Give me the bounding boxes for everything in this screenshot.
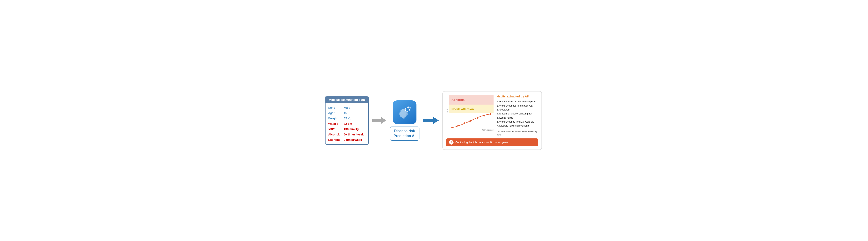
svg-point-19: [451, 127, 453, 128]
warning-bar: ! Continuing like this means a □% risk i…: [446, 138, 538, 146]
medical-label: Age :: [328, 111, 342, 115]
medical-value: 130 mmHg: [344, 127, 359, 131]
medical-row: Age :45: [328, 110, 366, 116]
warning-text: Continuing like this means a □% risk in …: [456, 141, 508, 144]
medical-value: 0 times/week: [344, 138, 362, 141]
medical-card-body: Sex :MaleAge :45Weight:85 KgWaist :82 cm…: [326, 103, 368, 144]
medical-label: Weight:: [328, 117, 342, 120]
warning-icon: !: [449, 140, 454, 144]
medical-value: 45: [344, 111, 347, 115]
medical-value: Male: [344, 106, 350, 109]
ai-icon: [393, 100, 416, 124]
medical-label: Alcohol:: [328, 133, 342, 136]
svg-line-10: [408, 110, 409, 112]
main-container: Medical examination data Sex :MaleAge :4…: [325, 91, 543, 150]
habit-item: 7. Lifestyle habit improvements: [497, 124, 538, 128]
result-panel: R i s k Abnormal Needs attention: [442, 91, 542, 150]
medical-row: Waist :82 cm: [328, 121, 366, 126]
svg-point-25: [490, 113, 491, 115]
habit-item: 4. Amount of alcohol consumption: [497, 112, 538, 116]
svg-point-22: [470, 120, 471, 122]
medical-label: Waist :: [328, 122, 342, 125]
medical-value: 5+ times/week: [344, 133, 364, 136]
result-top: R i s k Abnormal Needs attention: [446, 95, 538, 136]
habit-item: 1. Frequency of alcohol consumption: [497, 100, 538, 104]
habit-item: 6. Weight change from 20 years old: [497, 120, 538, 124]
medical-row: sBP:130 mmHg: [328, 126, 366, 132]
blue-arrow: [420, 116, 442, 124]
medical-row: Sex :Male: [328, 105, 366, 110]
chart-area: R i s k Abnormal Needs attention: [446, 95, 494, 136]
medical-row: Weight:85 Kg: [328, 116, 366, 121]
ai-label: Disease risk Prediction AI: [390, 127, 420, 140]
gray-arrow: [369, 116, 390, 124]
medical-label: Sex :: [328, 106, 342, 109]
band-attention: Needs attention: [449, 105, 494, 113]
habits-title: Habits extracted by AI*: [497, 95, 538, 98]
habit-item: 5. Eating habits: [497, 116, 538, 120]
svg-point-21: [463, 123, 465, 124]
svg-point-20: [458, 125, 459, 126]
svg-marker-15: [423, 117, 439, 124]
svg-marker-0: [372, 117, 386, 124]
medical-value: 82 cm: [344, 122, 352, 125]
medical-row: Exercise:0 times/week: [328, 137, 366, 142]
medical-label: sBP:: [328, 127, 342, 131]
svg-rect-16: [449, 113, 494, 131]
habits-note: *Important feature values when predictin…: [497, 130, 538, 136]
y-axis-label: R i s k: [446, 109, 448, 117]
svg-point-23: [476, 117, 478, 119]
medical-card-header: Medical examination data: [326, 97, 368, 103]
risk-chart: [449, 113, 494, 131]
medical-value: 85 Kg: [344, 117, 351, 120]
band-abnormal: Abnormal: [449, 95, 494, 105]
medical-card: Medical examination data Sex :MaleAge :4…: [325, 96, 369, 145]
medical-label: Exercise:: [328, 138, 342, 141]
habits-list: 1. Frequency of alcohol consumption2. We…: [497, 100, 538, 128]
habits-panel: Habits extracted by AI* 1. Frequency of …: [497, 95, 538, 136]
habit-item: 2. Weight changes in the past year: [497, 104, 538, 108]
habit-item: 3. Sleep/rest: [497, 108, 538, 112]
ai-box: Disease risk Prediction AI: [390, 100, 420, 140]
svg-line-8: [405, 107, 408, 109]
medical-row: Alcohol:5+ times/week: [328, 132, 366, 137]
svg-point-24: [484, 115, 485, 116]
x-axis-label: Years passed: [482, 129, 494, 131]
